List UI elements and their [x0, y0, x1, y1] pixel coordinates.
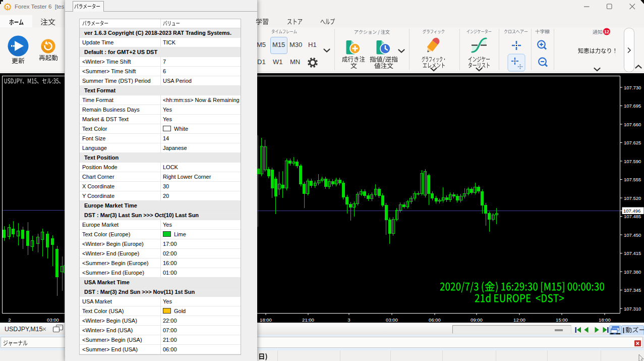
- svg-text:3: 3: [347, 317, 350, 323]
- svg-text:03:00: 03:00: [47, 317, 59, 323]
- svg-text:107.310: 107.310: [624, 306, 641, 312]
- svg-text:107.496: 107.496: [623, 208, 640, 214]
- svg-text:12:00: 12:00: [513, 317, 525, 323]
- svg-text:$: $: [7, 6, 9, 10]
- svg-text:107.415: 107.415: [624, 250, 641, 256]
- svg-text:107.485: 107.485: [624, 214, 641, 219]
- svg-text:09:00: 09:00: [471, 317, 483, 323]
- svg-text:21:00: 21:00: [302, 317, 314, 323]
- svg-text:2: 2: [8, 317, 11, 323]
- svg-text:107.660: 107.660: [624, 122, 641, 127]
- svg-text:06:00: 06:00: [429, 317, 441, 323]
- svg-text:107.555: 107.555: [624, 177, 641, 182]
- svg-text:107.730: 107.730: [624, 85, 641, 90]
- svg-text:18:00: 18:00: [599, 317, 611, 323]
- svg-text:107.695: 107.695: [624, 103, 641, 109]
- svg-text:107.520: 107.520: [624, 195, 641, 201]
- svg-text:15:00: 15:00: [556, 317, 568, 323]
- svg-text:107.450: 107.450: [624, 232, 641, 238]
- svg-text:107.625: 107.625: [624, 140, 641, 145]
- svg-text:107.380: 107.380: [624, 269, 641, 275]
- svg-text:107.345: 107.345: [624, 287, 641, 293]
- svg-text:107.590: 107.590: [624, 159, 641, 164]
- svg-text:18:00: 18:00: [260, 317, 272, 323]
- svg-text:03:00: 03:00: [386, 317, 398, 323]
- svg-text:12: 12: [604, 29, 609, 34]
